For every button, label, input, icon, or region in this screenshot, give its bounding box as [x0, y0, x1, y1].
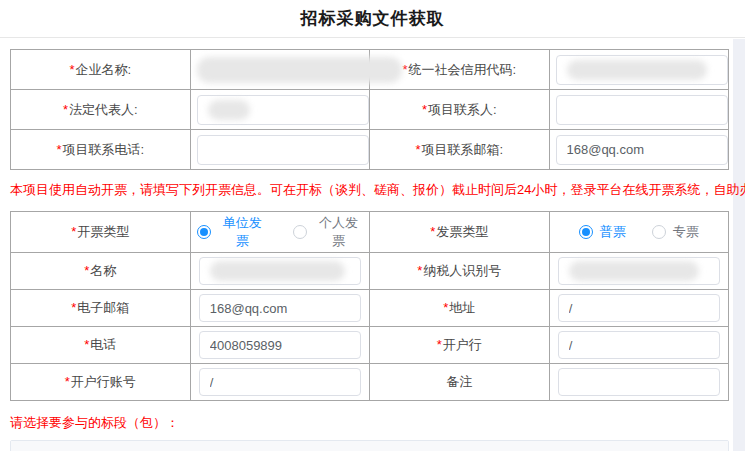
remark-value — [549, 364, 729, 401]
radio-general-invoice[interactable]: 普票 — [579, 223, 626, 241]
radio-unit-invoice[interactable]: 单位发票 — [197, 214, 267, 250]
bank-input[interactable] — [558, 331, 720, 359]
radio-special-invoice[interactable]: 专票 — [652, 223, 699, 241]
required-asterisk: * — [71, 300, 76, 315]
table-row: *开户行账号 备注 — [11, 364, 729, 401]
address-input[interactable] — [558, 294, 720, 322]
package-table: 标段（包）编号 标段（包）名称 招标采购文件费用（元） — [10, 440, 729, 451]
legal-rep-value — [190, 90, 370, 130]
invoice-type-radio-group: 单位发票 个人发票 — [197, 214, 364, 250]
contact-phone-input[interactable] — [197, 135, 369, 165]
table-row: *名称 *纳税人识别号 — [11, 253, 729, 290]
project-contact-value — [549, 90, 729, 130]
table-row: *企业名称: *统一社会信用代码: — [11, 50, 729, 90]
redacted-company-name — [197, 57, 402, 83]
bank-value — [549, 327, 729, 364]
required-asterisk: * — [65, 374, 70, 389]
email-input[interactable] — [199, 294, 361, 322]
bank-account-label: *开户行账号 — [11, 364, 191, 401]
table-row: *电子邮箱 *地址 — [11, 290, 729, 327]
email-value — [190, 290, 370, 327]
credit-code-value — [549, 50, 729, 90]
radio-selected-icon — [579, 225, 593, 239]
invoice-name-value — [190, 253, 370, 290]
package-select-prompt: 请选择要参与的标段（包）： — [10, 414, 729, 432]
required-asterisk: * — [430, 224, 435, 239]
table-row: *法定代表人: *项目联系人: — [11, 90, 729, 130]
required-asterisk: * — [443, 300, 448, 315]
radio-unselected-icon — [652, 225, 666, 239]
invoice-kind-radio-group: 普票 专票 — [579, 223, 699, 241]
legal-rep-label: *法定代表人: — [11, 90, 191, 130]
table-row: *电话 *开户行 — [11, 327, 729, 364]
auto-invoice-notice: 本项目使用自动开票，请填写下列开票信息。可在开标（谈判、磋商、报价）截止时间后2… — [10, 182, 729, 197]
phone-label: *电话 — [11, 327, 191, 364]
phone-input[interactable] — [199, 331, 361, 359]
taxpayer-id-value — [549, 253, 729, 290]
required-asterisk: * — [437, 337, 442, 352]
radio-personal-invoice[interactable]: 个人发票 — [293, 214, 363, 250]
table-row: *开票类型 单位发票 个人发票 *发票类型 — [11, 212, 729, 253]
redacted-taxpayer-id — [569, 261, 699, 281]
invoice-type-label: *开票类型 — [11, 212, 191, 253]
contact-phone-value — [190, 130, 370, 170]
radio-unselected-icon — [293, 225, 307, 239]
bank-account-input[interactable] — [199, 368, 361, 396]
bank-account-value — [190, 364, 370, 401]
address-value — [549, 290, 729, 327]
remark-input[interactable] — [558, 368, 720, 396]
taxpayer-id-input[interactable] — [558, 257, 720, 285]
dialog-titlebar: 招标采购文件获取 — [0, 0, 745, 38]
page-title: 招标采购文件获取 — [301, 7, 445, 30]
address-label: *地址 — [370, 290, 550, 327]
invoice-info-table: *开票类型 单位发票 个人发票 *发票类型 — [10, 211, 729, 401]
required-asterisk: * — [56, 142, 61, 157]
package-table-header: 标段（包）编号 标段（包）名称 招标采购文件费用（元） — [11, 441, 728, 451]
dialog-content: *企业名称: *统一社会信用代码: *法定代表人: — [0, 39, 733, 451]
required-asterisk: * — [422, 102, 427, 117]
invoice-kind-value: 普票 专票 — [549, 212, 729, 253]
company-name-label: *企业名称: — [11, 50, 191, 90]
required-asterisk: * — [69, 62, 74, 77]
contact-phone-label: *项目联系电话: — [11, 130, 191, 170]
redacted-credit-code — [567, 60, 707, 80]
table-row: *项目联系电话: *项目联系邮箱: — [11, 130, 729, 170]
project-contact-input[interactable] — [556, 95, 728, 125]
contact-email-value — [549, 130, 729, 170]
contact-email-input[interactable] — [556, 135, 728, 165]
required-asterisk: * — [415, 142, 420, 157]
phone-value — [190, 327, 370, 364]
credit-code-input[interactable] — [556, 55, 728, 85]
required-asterisk: * — [71, 224, 76, 239]
required-asterisk: * — [402, 62, 407, 77]
invoice-name-input[interactable] — [199, 257, 361, 285]
redacted-legal-rep — [208, 100, 250, 120]
required-asterisk: * — [84, 263, 89, 278]
taxpayer-id-label: *纳税人识别号 — [370, 253, 550, 290]
company-name-value — [190, 50, 370, 90]
radio-selected-icon — [197, 225, 211, 239]
invoice-type-value: 单位发票 个人发票 — [190, 212, 370, 253]
company-info-table: *企业名称: *统一社会信用代码: *法定代表人: — [10, 49, 729, 170]
bank-label: *开户行 — [370, 327, 550, 364]
remark-label: 备注 — [370, 364, 550, 401]
email-label: *电子邮箱 — [11, 290, 191, 327]
legal-rep-input[interactable] — [197, 95, 369, 125]
required-asterisk: * — [84, 337, 89, 352]
required-asterisk: * — [417, 263, 422, 278]
redacted-invoice-name — [210, 261, 345, 281]
contact-email-label: *项目联系邮箱: — [370, 130, 550, 170]
project-contact-label: *项目联系人: — [370, 90, 550, 130]
scrollbar-track[interactable] — [733, 39, 745, 451]
invoice-kind-label: *发票类型 — [370, 212, 550, 253]
document-acquisition-dialog: 招标采购文件获取 *企业名称: *统一社会信用代码: — [0, 0, 745, 451]
required-asterisk: * — [63, 102, 68, 117]
invoice-name-label: *名称 — [11, 253, 191, 290]
